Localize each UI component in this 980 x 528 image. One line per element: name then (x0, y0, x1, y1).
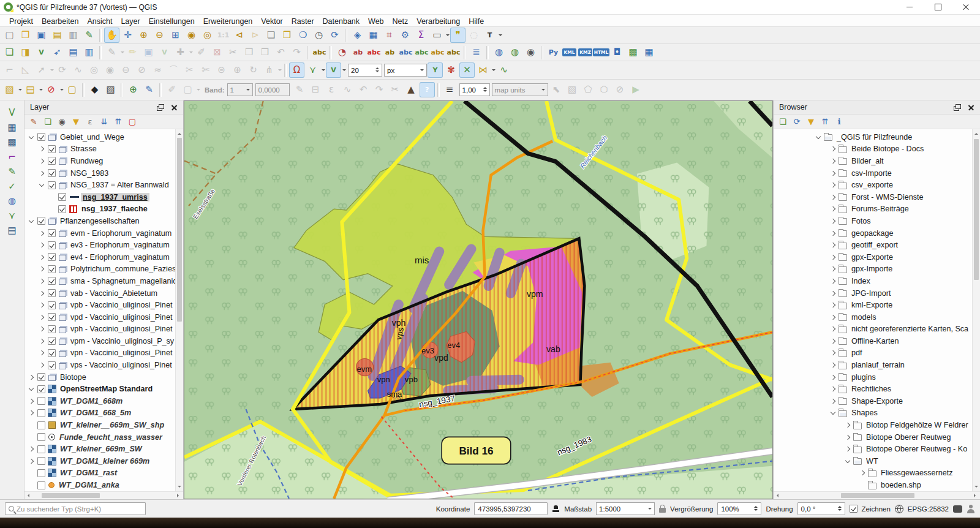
snapping-toggle-icon[interactable]: Ω (289, 62, 304, 78)
expander-icon[interactable] (829, 337, 837, 345)
expander-icon[interactable] (858, 481, 867, 489)
expander-icon[interactable] (829, 277, 837, 285)
menu-item[interactable]: Raster (287, 17, 318, 26)
menu-item[interactable]: Netz (388, 17, 413, 26)
dem-grid-icon[interactable]: ▩ (4, 135, 20, 149)
visibility-checkbox[interactable] (37, 373, 45, 381)
user-edits-icon[interactable] (967, 505, 975, 513)
open-layer-styling-icon[interactable]: ✎ (28, 116, 40, 128)
close-icon[interactable] (966, 103, 977, 112)
zoom-plugin-icon[interactable]: ⊕ (126, 82, 141, 97)
expander-icon[interactable] (829, 313, 837, 322)
layer-row[interactable]: vps - Vaccinio_uliginosi_Pinet (24, 359, 175, 371)
visibility-checkbox[interactable] (37, 469, 45, 477)
layer-row[interactable]: WT_DGM1_rast (24, 467, 175, 480)
filter-legend-icon[interactable]: ▼ (70, 116, 82, 128)
new-shapefile-icon[interactable]: V (34, 45, 49, 60)
browser-row[interactable]: Biotope Oberer Reutweg (774, 431, 972, 443)
merge-attributes-icon[interactable]: ⊜ (214, 62, 229, 78)
sep[interactable] (307, 46, 309, 59)
expander-icon[interactable] (37, 313, 46, 322)
layer-row[interactable]: Biotope (24, 371, 175, 383)
text-annotation-icon[interactable]: T (482, 28, 497, 43)
rotate-point-symbols-icon[interactable]: ↻ (246, 62, 261, 78)
xyz-tiles-icon[interactable]: ▩ (625, 45, 641, 60)
search-icon[interactable]: ◌ (466, 28, 481, 43)
zoom-last-icon[interactable]: ⊲ (232, 28, 247, 43)
browser-row[interactable]: Forst - WMS-Dienste (774, 191, 972, 203)
sep[interactable] (345, 29, 347, 42)
menu-item[interactable]: Einstellungen (145, 17, 199, 26)
layer-horizontal-scrollbar[interactable] (24, 491, 183, 499)
modify-attributes-icon[interactable]: ✐ (194, 45, 209, 60)
rotate-feature-icon[interactable]: ⟳ (55, 62, 70, 78)
visibility-checkbox[interactable] (48, 277, 56, 285)
browser-row[interactable]: Fliessgewaessernetz (774, 467, 972, 480)
lock-scale-icon[interactable] (659, 508, 666, 513)
expander-icon[interactable] (27, 433, 36, 442)
browser-row[interactable]: Index (774, 275, 972, 287)
add-selected-layers-icon[interactable]: ❏ (777, 116, 789, 128)
expander-icon[interactable] (37, 325, 46, 333)
expander-icon[interactable] (37, 157, 46, 165)
visibility-checkbox[interactable] (37, 433, 45, 441)
browser-row[interactable]: boeden.shp (774, 479, 972, 491)
expander-icon[interactable] (829, 385, 837, 393)
layer-row[interactable]: WT_DGM1_kleiner 669m (24, 455, 175, 467)
raster-curve-icon[interactable]: ∿ (340, 82, 355, 97)
reshape-features-icon[interactable]: ⌒ (166, 62, 181, 78)
expander-icon[interactable] (829, 409, 837, 417)
current-edits-icon[interactable]: ✎ (104, 45, 119, 60)
metasearch-icon[interactable]: ◍ (491, 45, 507, 60)
render-checkbox[interactable] (850, 505, 858, 513)
bookmark-manager-icon[interactable]: ❒ (279, 28, 295, 43)
layer-row[interactable]: NSG_1983 (24, 167, 175, 179)
scale-combo[interactable]: 1:5000 (596, 502, 655, 515)
menu-item[interactable]: Datenbank (318, 17, 364, 26)
sep[interactable] (99, 29, 102, 42)
browser-row[interactable]: Biotope Oberer Reutweg - Ko (774, 443, 972, 455)
save-project-icon[interactable]: ▣ (34, 28, 49, 43)
visibility-checkbox[interactable] (37, 217, 45, 225)
identify-features-icon[interactable]: ◈ (350, 28, 365, 43)
vertex-tool-icon[interactable]: ✚ (173, 45, 188, 60)
pixel-dropper-icon[interactable]: ✐ (164, 82, 179, 97)
visibility-checkbox[interactable] (37, 397, 45, 405)
zoom-out-icon[interactable]: ⊖ (152, 28, 167, 43)
expander-icon[interactable] (37, 253, 46, 262)
coordinate-extent-icon[interactable] (552, 505, 560, 513)
expander-icon[interactable] (829, 397, 837, 405)
collapse-all-icon[interactable]: ⇈ (112, 116, 124, 128)
sep[interactable] (464, 46, 466, 59)
browser-row[interactable]: planlauf_terrain (774, 359, 972, 371)
grid-tools-icon[interactable]: ▦ (641, 45, 657, 60)
deselect-all-icon[interactable]: ⊘ (43, 82, 59, 97)
sep[interactable] (121, 83, 123, 97)
menu-item[interactable]: Layer (116, 17, 144, 26)
raster-undo-icon[interactable]: ↶ (356, 82, 371, 97)
undock-icon[interactable] (155, 103, 166, 112)
menu-item[interactable]: Verarbeitung (412, 17, 464, 26)
browser-row[interactable]: Shape-Exporte (774, 395, 972, 407)
new-map-view-icon[interactable]: ❏ (263, 28, 279, 43)
expander-icon[interactable] (27, 385, 36, 393)
expander-icon[interactable] (829, 229, 837, 238)
visibility-checkbox[interactable] (37, 481, 45, 489)
hook-tool-icon[interactable]: ⌐ (4, 149, 20, 164)
layer-row[interactable]: evm - Eriophorum_vaginatum (24, 227, 175, 239)
processing-toolbox-icon[interactable]: ⚙ (398, 28, 413, 43)
expander-icon[interactable] (829, 205, 837, 213)
browser-row[interactable]: Bilder_alt (774, 155, 972, 167)
layer-row[interactable]: Rundweg (24, 155, 175, 167)
globe-plugin-icon[interactable]: ◍ (4, 194, 20, 208)
select-features-icon[interactable]: ▧ (2, 82, 17, 97)
move-label-icon[interactable]: ab (382, 45, 398, 60)
expander-icon[interactable] (37, 181, 46, 189)
visibility-checkbox[interactable] (48, 313, 56, 321)
paste-features-icon[interactable]: ❒ (257, 45, 273, 60)
expander-icon[interactable] (829, 193, 837, 202)
style-manager-icon[interactable]: ✎ (81, 28, 97, 43)
refresh-map-icon[interactable]: ⟳ (327, 28, 342, 43)
python-console-icon[interactable]: Py (546, 45, 561, 60)
filter-expression-icon[interactable]: ε (84, 116, 96, 128)
